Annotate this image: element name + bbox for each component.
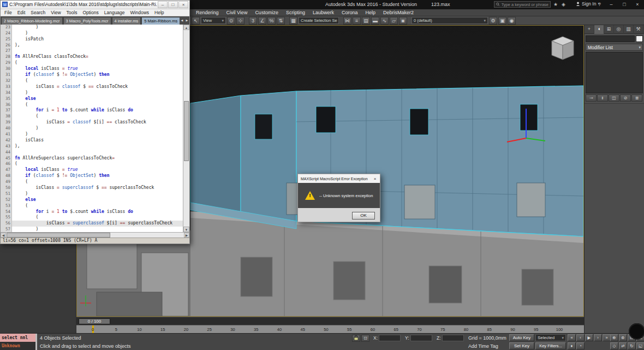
- view-cube[interactable]: [547, 32, 578, 64]
- tab-scroll-left-icon[interactable]: ◀: [180, 16, 184, 25]
- tab-scroll-right-icon[interactable]: ▶: [184, 16, 189, 25]
- scroll-up-icon[interactable]: ▲: [183, 25, 189, 30]
- scroll-down-icon[interactable]: ▼: [183, 227, 189, 232]
- editor-menu-windows[interactable]: Windows: [128, 9, 152, 16]
- named-selection-sets-dropdown[interactable]: Create Selection Se▾: [299, 17, 339, 24]
- code-line[interactable]: 38 (: [1, 114, 183, 120]
- code-line[interactable]: 42 isClass: [1, 138, 183, 144]
- editor-menu-language[interactable]: Language: [102, 9, 128, 16]
- code-line[interactable]: 37 for i = 1 to $.count while isClass do: [1, 108, 183, 114]
- editor-menu-search[interactable]: Search: [28, 9, 48, 16]
- mini-listener-pane[interactable]: Unknown: [0, 342, 35, 350]
- window-minimize-button[interactable]: –: [605, 0, 618, 9]
- percent-snap-icon[interactable]: %: [267, 17, 276, 25]
- code-line[interactable]: 53 (: [1, 203, 183, 209]
- key-mode-toggle-button[interactable]: ♦: [568, 342, 576, 349]
- code-line[interactable]: 49 (: [1, 179, 183, 185]
- communication-center-icon[interactable]: ◈: [562, 1, 565, 8]
- editor-menu-view[interactable]: View: [48, 9, 63, 16]
- search-box[interactable]: Type a keyword or phrase: [494, 1, 551, 8]
- show-end-result-button[interactable]: ‖: [597, 94, 608, 102]
- code-line[interactable]: 36 (: [1, 102, 183, 108]
- editor-menu-edit[interactable]: Edit: [15, 9, 28, 16]
- code-line[interactable]: 30 local isClass = true: [1, 66, 183, 72]
- editor-menu-options[interactable]: Options: [80, 9, 101, 16]
- zoom-icon[interactable]: ⊕: [610, 334, 618, 341]
- code-line[interactable]: 39 isClass = classof $[i] == classToChec…: [1, 120, 183, 126]
- code-line[interactable]: 25 isPatch: [1, 37, 183, 43]
- configure-modifier-sets-button[interactable]: ≣: [631, 94, 642, 102]
- code-line[interactable]: 40 ): [1, 126, 183, 132]
- render-preset-dropdown[interactable]: 0 (default)▾: [412, 17, 488, 24]
- mirror-icon[interactable]: ⋈: [343, 17, 351, 25]
- menu-item-customize[interactable]: Customize: [251, 9, 282, 16]
- angle-snap-icon[interactable]: ∠: [258, 17, 266, 25]
- menu-item-laubwerk[interactable]: Laubwerk: [309, 9, 338, 16]
- key-filters-button[interactable]: Key Filters...: [535, 342, 566, 349]
- object-name-field[interactable]: [586, 35, 635, 42]
- hierarchy-tab[interactable]: ⊞: [604, 25, 614, 34]
- code-line[interactable]: 35 else: [1, 96, 183, 102]
- time-slider[interactable]: 0 / 100: [76, 317, 584, 325]
- z-coordinate-input[interactable]: [442, 335, 464, 341]
- menu-item-corona[interactable]: Corona: [338, 9, 362, 16]
- code-line[interactable]: 47 local isClass = true: [1, 167, 183, 173]
- code-line[interactable]: 52 else: [1, 197, 183, 203]
- modifier-list-dropdown[interactable]: Modifier List ▾: [586, 44, 643, 51]
- motion-tab[interactable]: ◎: [614, 25, 624, 34]
- track-bar[interactable]: 0510152025303540455055606570758085909510…: [76, 325, 584, 333]
- material-editor-icon[interactable]: ◙: [399, 17, 407, 25]
- editor-titlebar[interactable]: M C:\Program Files\Autodesk\1\3ds Max 20…: [1, 1, 189, 9]
- vertical-scroll-thumb[interactable]: [184, 101, 189, 161]
- render-setup-icon[interactable]: ⚙: [489, 17, 497, 25]
- modifier-stack[interactable]: [586, 52, 643, 93]
- code-line[interactable]: 45fn AllAreSuperclass superclassToCheck=: [1, 156, 183, 162]
- selection-filter-dropdown[interactable]: Selected ▾: [535, 334, 566, 341]
- selection-lock-toggle[interactable]: [352, 335, 360, 342]
- code-line[interactable]: 43),: [1, 144, 183, 150]
- code-line[interactable]: 56 isClass = superclassof $[i] == superc…: [1, 221, 183, 227]
- window-close-button[interactable]: ×: [631, 0, 644, 9]
- time-slider-handle[interactable]: 0 / 100: [79, 318, 110, 324]
- align-icon[interactable]: ≡: [353, 17, 361, 25]
- set-key-button[interactable]: Set Key: [509, 342, 534, 349]
- time-configuration-button[interactable]: ◔: [576, 342, 585, 349]
- editor-vertical-scrollbar[interactable]: ▲ ▼: [183, 25, 189, 232]
- code-line[interactable]: 55 (: [1, 215, 183, 221]
- previous-frame-button[interactable]: ‹: [576, 334, 585, 341]
- field-of-view-icon[interactable]: ◇: [610, 342, 618, 349]
- code-line[interactable]: 54 for i = 1 to $.count while isClass do: [1, 209, 183, 215]
- pin-stack-button[interactable]: ⊸: [586, 94, 597, 102]
- reference-coordinate-dropdown[interactable]: View▾: [201, 17, 226, 24]
- code-line[interactable]: 44: [1, 150, 183, 156]
- code-line[interactable]: 31 if (classof $ != ObjectSet) then: [1, 72, 183, 78]
- code-line[interactable]: 48 if (classof $ != ObjectSet) then: [1, 173, 183, 179]
- schematic-view-icon[interactable]: ▱: [390, 17, 398, 25]
- code-line[interactable]: 26),: [1, 43, 183, 49]
- maximize-viewport-icon[interactable]: ◱: [636, 342, 644, 349]
- object-color-swatch[interactable]: [636, 35, 643, 42]
- absolute-mode-toggle[interactable]: ⊡: [361, 335, 369, 342]
- menu-item-debrismaker2[interactable]: DebrisMaker2: [379, 9, 418, 16]
- code-line[interactable]: 23 ): [1, 25, 183, 31]
- horizontal-scroll-thumb[interactable]: [7, 233, 110, 238]
- zoom-all-icon[interactable]: ⊛: [619, 334, 627, 341]
- curve-editor-icon[interactable]: ∿: [380, 17, 389, 25]
- use-pivot-point-icon[interactable]: ⊙: [227, 17, 235, 25]
- code-line[interactable]: 34 ): [1, 90, 183, 96]
- code-line[interactable]: 33 isClass = classof $ == classToCheck: [1, 84, 183, 90]
- code-editor[interactable]: 23 )24 )25 isPatch26),2728fn AllAreClass…: [1, 25, 183, 232]
- scroll-right-icon[interactable]: ▶: [184, 233, 189, 238]
- editor-menu-help[interactable]: Help: [152, 9, 166, 16]
- render-production-icon[interactable]: ◉: [508, 17, 516, 25]
- editor-menu-file[interactable]: File: [2, 9, 15, 16]
- next-frame-button[interactable]: ›: [594, 334, 602, 341]
- spinner-snap-icon[interactable]: ⇅: [277, 17, 285, 25]
- code-line[interactable]: 24 ): [1, 31, 183, 37]
- go-to-end-button[interactable]: »: [603, 334, 611, 341]
- make-unique-button[interactable]: ◫: [609, 94, 619, 102]
- menu-item-rendering[interactable]: Rendering: [192, 9, 223, 16]
- editor-tab-4-installer-ms[interactable]: 4 installer.ms: [112, 17, 141, 25]
- select-and-manipulate-icon[interactable]: ⊹: [236, 17, 245, 25]
- modify-tab[interactable]: ◖: [594, 25, 604, 34]
